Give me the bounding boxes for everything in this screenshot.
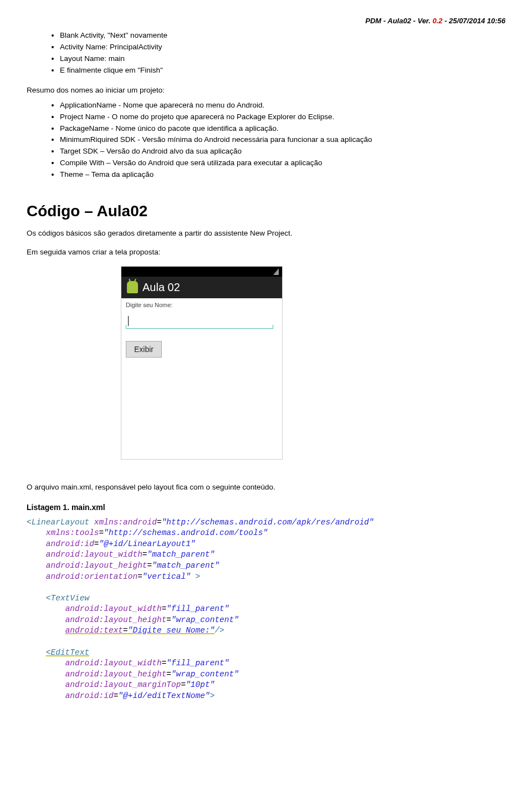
- code-attr: android:layout_height: [46, 561, 147, 570]
- code-val: "@+id/editTextNome": [118, 691, 209, 700]
- list-item: PackageName - Nome único do pacote que i…: [60, 124, 505, 134]
- list-item: ApplicationName - Nome que aparecerá no …: [60, 100, 505, 111]
- list-item: E finalmente clique em "Finish": [60, 65, 505, 76]
- code-val: "Digite seu Nome:": [128, 626, 215, 635]
- code-attr: xmlns:tools: [46, 528, 99, 537]
- code-val: "wrap_content": [171, 670, 239, 679]
- exibir-button[interactable]: Exibir: [126, 341, 162, 358]
- bullet-list-2: ApplicationName - Nome que aparecerá no …: [27, 100, 505, 180]
- code-attr: xmlns:android: [94, 518, 157, 527]
- code-attr: android:layout_width: [65, 604, 162, 613]
- page-header: PDM - Aula02 - Ver. 0.2 - 25/07/2014 10:…: [27, 17, 505, 25]
- android-app-bar: Aula 02: [121, 277, 282, 298]
- list-item: Theme – Tema da aplicação: [60, 170, 505, 180]
- code-val: "fill_parent": [166, 604, 229, 613]
- paragraph: Os códigos básicos são gerados diretamen…: [27, 228, 505, 239]
- cursor-icon: [128, 316, 129, 326]
- list-item: Activity Name: PrincipalActivity: [60, 42, 505, 53]
- code-attr: android:id: [65, 691, 114, 700]
- code-attr: android:id: [46, 539, 94, 548]
- code-attr: android:layout_width: [65, 659, 162, 667]
- section-heading: Código – Aula02: [27, 202, 505, 220]
- code-attr: android:layout_marginTop: [65, 680, 181, 689]
- code-val: "http://schemas.android.com/apk/res/andr…: [162, 518, 374, 527]
- code-val: "fill_parent": [166, 659, 229, 667]
- code-tag: >: [191, 572, 200, 581]
- code-val: "vertical": [142, 572, 191, 581]
- header-date: - 25/07/2014 10:56: [443, 17, 505, 25]
- header-version: 0.2: [432, 17, 442, 25]
- listing-title: Listagem 1. main.xml: [27, 503, 505, 512]
- code-val: "match_parent": [147, 550, 215, 559]
- name-label: Digite seu Nome:: [126, 302, 278, 308]
- paragraph: O arquivo main.xml, responsável pelo lay…: [27, 482, 505, 493]
- list-item: Blank Activity, "Next" novamente: [60, 30, 505, 41]
- code-val: "wrap_content": [171, 615, 239, 624]
- list-item: Target SDK – Versão do Android alvo da s…: [60, 146, 505, 157]
- code-attr: android:layout_height: [65, 615, 167, 624]
- code-attr: android:text: [65, 626, 123, 635]
- app-title: Aula 02: [142, 281, 180, 294]
- paragraph: Em seguida vamos criar a tela proposta:: [27, 247, 505, 258]
- android-icon: [127, 281, 138, 293]
- signal-icon: [273, 268, 279, 275]
- code-val: "10pt": [186, 680, 214, 689]
- code-val: "match_parent": [152, 561, 219, 570]
- code-attr: android:layout_height: [65, 670, 167, 679]
- code-val: "@+id/LinearLayout1": [99, 539, 196, 548]
- list-item: Layout Name: main: [60, 54, 505, 64]
- code-tag: />: [214, 626, 224, 635]
- code-tag: <EditText: [46, 648, 89, 657]
- bullet-list-1: Blank Activity, "Next" novamente Activit…: [27, 30, 505, 76]
- code-attr: android:layout_width: [46, 550, 142, 559]
- list-item: Compile With – Versão do Android que ser…: [60, 158, 505, 169]
- code-val: "http://schemas.android.com/tools": [104, 528, 268, 537]
- paragraph: Resumo dos nomes ao iniciar um projeto:: [27, 85, 505, 96]
- android-status-bar: [121, 267, 282, 277]
- header-title: PDM - Aula02 - Ver.: [365, 17, 432, 25]
- android-app-body: Digite seu Nome: Exibir: [121, 298, 282, 459]
- name-input[interactable]: [126, 314, 273, 329]
- code-tag: >: [210, 691, 215, 700]
- code-block: <LinearLayout xmlns:android="http://sche…: [27, 517, 505, 702]
- list-item: MinimumRiquired SDK - Versão mínima do A…: [60, 135, 505, 145]
- code-tag: <LinearLayout: [27, 518, 89, 527]
- code-tag: <TextView: [46, 594, 89, 603]
- list-item: Project Name - O nome do projeto que apa…: [60, 112, 505, 123]
- android-screenshot: Aula 02 Digite seu Nome: Exibir: [121, 266, 283, 460]
- code-attr: android:orientation: [46, 572, 137, 581]
